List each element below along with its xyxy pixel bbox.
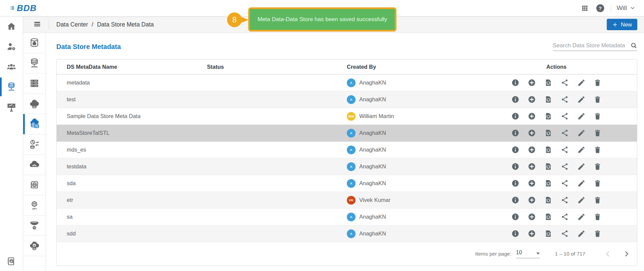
info-button[interactable]	[511, 229, 520, 238]
add-button[interactable]	[528, 179, 536, 187]
share-button[interactable]	[560, 162, 569, 171]
delete-button[interactable]	[593, 95, 602, 104]
sidebar-item-data-center[interactable]	[0, 77, 23, 97]
restore-button[interactable]	[544, 229, 552, 238]
edit-button[interactable]	[577, 179, 585, 187]
share-button[interactable]	[560, 78, 569, 87]
user-menu[interactable]: Will	[616, 4, 635, 12]
subrail-item-data-home[interactable]	[23, 33, 46, 53]
table-row-selected[interactable]: MetaStoreTalSTL A AnaghaKN	[57, 125, 637, 142]
subrail-item-data-funnel[interactable]	[23, 216, 46, 236]
edit-button[interactable]	[577, 162, 585, 171]
table-row[interactable]: sdd A AnaghaKN	[57, 225, 637, 242]
info-button[interactable]	[511, 179, 520, 187]
info-button[interactable]	[511, 95, 520, 104]
subrail-item-datastore-metadata[interactable]	[23, 114, 46, 134]
add-button[interactable]	[528, 196, 536, 204]
add-button[interactable]	[528, 213, 536, 221]
share-button[interactable]	[560, 213, 569, 221]
sidebar-item-audit-log[interactable]	[0, 252, 23, 271]
info-button[interactable]	[511, 162, 520, 171]
new-button[interactable]: New	[607, 19, 637, 30]
apps-grid-button[interactable]	[581, 5, 588, 12]
subrail-item-data-sync[interactable]	[23, 134, 46, 155]
restore-button[interactable]	[544, 112, 552, 120]
add-button[interactable]	[528, 78, 536, 87]
delete-button[interactable]	[593, 213, 602, 221]
sidebar-item-home[interactable]	[0, 16, 23, 37]
edit-button[interactable]	[577, 95, 585, 104]
items-per-page-select[interactable]: 10	[516, 250, 540, 258]
edit-button[interactable]	[577, 112, 585, 120]
add-button[interactable]	[528, 95, 536, 104]
subrail-item-cloud-datastore[interactable]	[23, 94, 46, 114]
delete-button[interactable]	[593, 229, 602, 238]
share-button[interactable]	[560, 229, 569, 238]
table-row[interactable]: mds_es A AnaghaKN	[57, 142, 637, 158]
add-button[interactable]	[528, 162, 536, 171]
restore-button[interactable]	[544, 78, 552, 87]
edit-button[interactable]	[577, 229, 585, 238]
share-button[interactable]	[560, 196, 569, 204]
share-button[interactable]	[560, 179, 569, 187]
restore-button[interactable]	[544, 213, 552, 221]
edit-button[interactable]	[577, 78, 585, 87]
share-button[interactable]	[560, 112, 569, 120]
row-actions	[496, 179, 637, 187]
subrail-item-cloud-database[interactable]	[23, 236, 46, 256]
search-icon[interactable]	[631, 42, 637, 49]
edit-button[interactable]	[577, 146, 585, 154]
restore-button[interactable]	[544, 129, 552, 137]
help-button[interactable]	[596, 4, 605, 13]
bdb-logo[interactable]: BDB	[10, 3, 37, 13]
add-button[interactable]	[528, 112, 536, 120]
sidebar-item-survey[interactable]	[0, 97, 23, 117]
delete-button[interactable]	[593, 146, 602, 154]
share-button[interactable]	[560, 95, 569, 104]
breadcrumb-item-data-center[interactable]: Data Center	[56, 21, 88, 28]
delete-button[interactable]	[593, 196, 602, 204]
subrail-item-data-connectors[interactable]	[23, 53, 46, 74]
table-row[interactable]: sa A AnaghaKN	[57, 209, 637, 225]
info-button[interactable]	[511, 146, 520, 154]
restore-button[interactable]	[544, 179, 552, 187]
restore-button[interactable]	[544, 196, 552, 204]
table-row[interactable]: test A AnaghaKN	[57, 91, 637, 108]
menu-toggle-button[interactable]	[33, 20, 42, 29]
table-row[interactable]: testdata A AnaghaKN	[57, 158, 637, 175]
edit-button[interactable]	[577, 213, 585, 221]
restore-button[interactable]	[544, 146, 552, 154]
share-button[interactable]	[560, 146, 569, 154]
table-row[interactable]: Sample Data Store Meta Data WM William M…	[57, 108, 637, 125]
delete-button[interactable]	[593, 179, 602, 187]
edit-button[interactable]	[577, 129, 585, 137]
share-button[interactable]	[560, 129, 569, 137]
table-row[interactable]: metadata A AnaghaKN	[57, 74, 637, 91]
previous-page-button[interactable]	[604, 250, 611, 258]
table-row[interactable]: etr VK Vivek Kumar	[57, 192, 637, 209]
next-page-button[interactable]	[623, 250, 630, 258]
restore-button[interactable]	[544, 162, 552, 171]
info-button[interactable]	[511, 112, 520, 120]
info-button[interactable]	[511, 213, 520, 221]
delete-button[interactable]	[593, 112, 602, 120]
sidebar-item-user-settings[interactable]	[0, 37, 23, 57]
subrail-item-api-services[interactable]	[23, 195, 46, 216]
table-row[interactable]: sda A AnaghaKN	[57, 175, 637, 192]
add-button[interactable]	[528, 129, 536, 137]
sidebar-item-user-groups[interactable]	[0, 57, 23, 77]
info-button[interactable]	[511, 78, 520, 87]
search-input[interactable]	[553, 42, 631, 49]
add-button[interactable]	[528, 146, 536, 154]
subrail-item-servers[interactable]	[23, 73, 46, 94]
delete-button[interactable]	[593, 162, 602, 171]
delete-button[interactable]	[593, 78, 602, 87]
subrail-item-data-lake[interactable]	[23, 155, 46, 175]
add-button[interactable]	[528, 229, 536, 238]
restore-button[interactable]	[544, 95, 552, 104]
edit-button[interactable]	[577, 196, 585, 204]
delete-button[interactable]	[593, 129, 602, 137]
subrail-item-data-engine[interactable]	[23, 175, 46, 196]
info-button[interactable]	[511, 196, 520, 204]
info-button[interactable]	[511, 129, 520, 137]
